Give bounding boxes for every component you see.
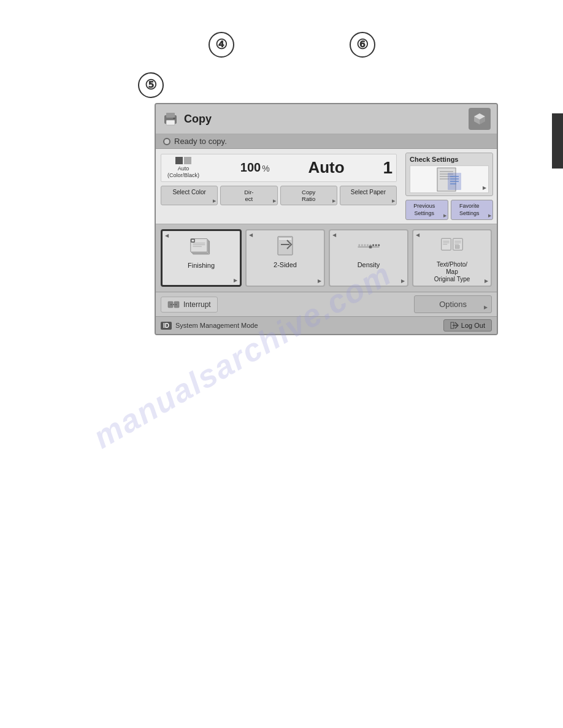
two-sided-button[interactable]: ◀ 2-Sided ▶ <box>245 229 325 287</box>
system-bar: ID System Management Mode Log Out <box>156 316 497 334</box>
copy-machine-icon <box>162 110 179 127</box>
original-type-labels: Text/Photo/Map Original Type <box>434 261 470 283</box>
check-settings-button[interactable]: Check Settings <box>405 153 493 196</box>
circle-num-6: ⑥ <box>350 32 375 58</box>
logout-button[interactable]: Log Out <box>443 319 492 332</box>
ratio-display: 100 % <box>240 161 270 175</box>
color-squares <box>175 157 191 164</box>
svg-rect-1 <box>166 113 175 118</box>
svg-point-35 <box>375 245 377 246</box>
select-color-button[interactable]: Select Color <box>161 186 218 206</box>
two-sided-label: 2-Sided <box>274 261 297 269</box>
title-icon-button[interactable] <box>469 108 491 130</box>
status-text: Ready to copy. <box>174 137 227 146</box>
system-left: ID System Management Mode <box>161 322 258 330</box>
dark-square <box>175 157 183 164</box>
title-bar: Copy <box>156 104 497 134</box>
logout-icon <box>450 322 459 329</box>
svg-point-29 <box>358 245 360 246</box>
density-icon <box>357 235 380 259</box>
logout-label: Log Out <box>461 322 485 329</box>
original-type-icon <box>440 235 464 259</box>
copy-ratio-button[interactable]: CopyRatio <box>280 186 337 206</box>
finishing-label: Finishing <box>188 262 215 270</box>
options-button[interactable]: Options <box>414 295 492 313</box>
density-button[interactable]: ◀ Density ▶ <box>329 229 408 287</box>
finishing-icon-svg <box>190 235 213 260</box>
panel-title: Copy <box>184 113 212 126</box>
two-sided-icon <box>274 235 297 259</box>
right-bar-decoration <box>552 113 563 169</box>
circle-num-4: ④ <box>209 32 234 58</box>
svg-rect-37 <box>369 246 372 249</box>
cube-icon <box>473 112 486 126</box>
settings-area: Auto(Color/Black) 100 % Auto 1 Select Co… <box>156 149 497 224</box>
finishing-button[interactable]: ◀ Finishing ▶ <box>161 229 242 287</box>
select-paper-button[interactable]: Select Paper <box>340 186 397 206</box>
function-area: ◀ Finishing ▶ ◀ <box>156 224 497 292</box>
previous-settings-button[interactable]: PreviousSettings <box>405 200 448 220</box>
title-left: Copy <box>162 110 212 127</box>
check-settings-label: Check Settings <box>410 156 458 163</box>
light-square <box>184 157 191 164</box>
svg-point-32 <box>367 245 369 246</box>
info-row: Auto(Color/Black) 100 % Auto 1 <box>161 154 397 182</box>
circle-num-5: ⑤ <box>138 72 164 98</box>
svg-rect-27 <box>279 238 291 240</box>
left-settings: Auto(Color/Black) 100 % Auto 1 Select Co… <box>156 149 402 224</box>
interrupt-label: Interrupt <box>183 300 211 309</box>
svg-point-31 <box>364 245 366 246</box>
favorite-settings-button[interactable]: FavoriteSettings <box>451 200 494 220</box>
text-photo-map-label: Text/Photo/Map <box>437 261 467 276</box>
color-mode-display: Auto(Color/Black) <box>165 157 202 179</box>
color-mode-label: Auto(Color/Black) <box>167 165 199 179</box>
check-settings-preview: ▶ <box>410 165 489 193</box>
ratio-value: 100 <box>240 161 261 175</box>
original-type-icon-svg <box>440 236 464 258</box>
svg-point-30 <box>361 245 363 246</box>
copies-value: 1 <box>383 158 393 178</box>
status-bar: Ready to copy. <box>156 134 497 149</box>
bottom-bar: Interrupt Options <box>156 292 497 316</box>
function-button-row: Select Color Dir-ect CopyRatio Select Pa… <box>161 186 397 206</box>
copy-panel: Copy Ready to copy. <box>155 103 498 335</box>
direct-button[interactable]: Dir-ect <box>220 186 277 206</box>
settings-btn-row: PreviousSettings FavoriteSettings <box>405 200 493 220</box>
finishing-icon <box>190 236 213 259</box>
svg-point-34 <box>372 245 374 246</box>
id-badge: ID <box>161 322 172 330</box>
density-slider-svg <box>357 241 380 253</box>
svg-rect-3 <box>173 118 175 119</box>
right-settings: Check Settings <box>402 149 497 224</box>
interrupt-icon <box>167 300 180 309</box>
density-label: Density <box>358 261 380 269</box>
svg-rect-2 <box>166 120 175 125</box>
original-type-button[interactable]: ◀ Text/Photo/Map Origina <box>412 229 492 287</box>
preview-arrow: ▶ <box>483 185 486 191</box>
interrupt-button[interactable]: Interrupt <box>161 297 218 313</box>
auto-value: Auto <box>308 158 344 177</box>
status-indicator <box>163 138 170 145</box>
svg-point-36 <box>378 245 380 246</box>
original-type-label: Original Type <box>434 276 470 283</box>
preview-doc-icon <box>434 167 465 192</box>
system-mode-text: System Management Mode <box>175 322 258 329</box>
svg-rect-21 <box>191 239 207 252</box>
two-sided-icon-svg <box>276 235 294 259</box>
ratio-percent: % <box>262 164 269 173</box>
svg-rect-46 <box>455 246 459 249</box>
